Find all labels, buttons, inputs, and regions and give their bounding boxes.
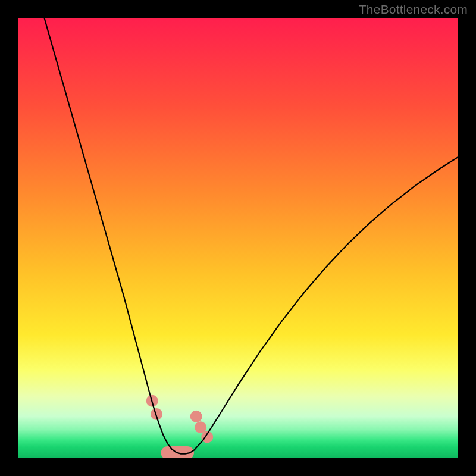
svg-point-4 (195, 421, 206, 433)
plot-area (18, 18, 458, 458)
svg-point-3 (190, 411, 202, 422)
bottleneck-curve (44, 18, 458, 454)
watermark-text: TheBottleneck.com (359, 2, 468, 17)
highlight-dots (146, 395, 214, 443)
chart-frame: TheBottleneck.com (0, 0, 476, 476)
curve-layer (18, 18, 458, 458)
